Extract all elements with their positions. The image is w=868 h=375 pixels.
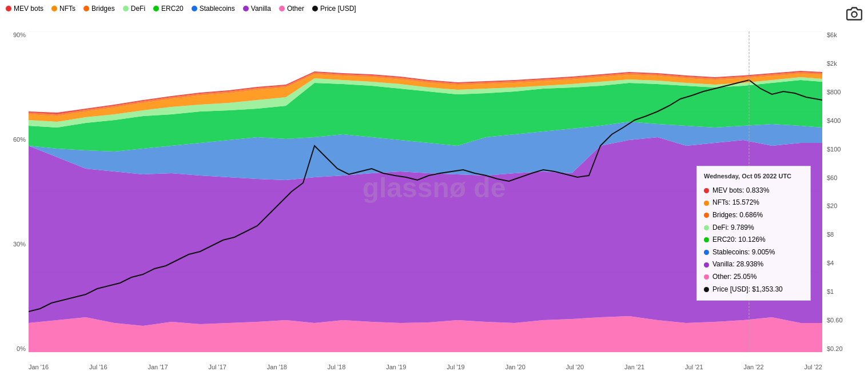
tooltip-row: DeFi: 9.789%	[704, 222, 803, 234]
tooltip-row-dot	[704, 262, 709, 268]
x-axis-label: Jul '19	[447, 364, 464, 370]
legend-item-stablecoins[interactable]: Stablecoins	[192, 5, 235, 13]
legend-dot-erc20	[153, 6, 159, 11]
tooltip-row-text: Stablecoins: 9.005%	[712, 246, 775, 259]
legend-dot-bridges	[83, 6, 89, 11]
tooltip-row: ERC20: 10.126%	[704, 234, 803, 246]
legend-label-defi: DeFi	[131, 5, 145, 13]
legend-label-erc20: ERC20	[161, 5, 184, 13]
x-axis-label: Jul '17	[208, 364, 226, 370]
tooltip-row: MEV bots: 0.833%	[704, 185, 803, 197]
legend-dot-mev-bots	[6, 6, 11, 11]
legend-item-other[interactable]: Other	[279, 5, 304, 13]
camera-icon[interactable]	[846, 6, 862, 22]
tooltip-title: Wednesday, Oct 05 2022 UTC	[704, 171, 803, 182]
legend-label-price: Price [USD]	[320, 5, 356, 13]
tooltip-row: NFTs: 15.572%	[704, 197, 803, 209]
tooltip-row-dot	[704, 225, 709, 230]
legend-label-other: Other	[287, 5, 304, 13]
x-axis-label: Jan '19	[386, 364, 406, 370]
x-axis-label: Jan '20	[505, 364, 525, 370]
tooltip-row-text: ERC20: 10.126%	[712, 234, 766, 246]
y-axis-right-label: $6k	[827, 31, 837, 38]
legend-item-mev-bots[interactable]: MEV bots	[6, 5, 43, 13]
y-axis-left-label: 60%	[13, 136, 26, 143]
y-axis-right-label: $4	[827, 260, 834, 266]
legend-dot-nfts	[51, 6, 57, 11]
x-axis-label: Jul '16	[89, 364, 107, 370]
tooltip-row-text: DeFi: 9.789%	[712, 222, 754, 234]
y-axis-left-label: 90%	[13, 31, 26, 38]
x-axis-label: Jul '18	[328, 364, 345, 370]
legend-item-erc20[interactable]: ERC20	[153, 5, 184, 13]
tooltip-row: Price [USD]: $1,353.30	[704, 284, 803, 296]
svg-point-0	[851, 12, 857, 17]
tooltip-row-text: Other: 25.05%	[712, 271, 756, 284]
legend-dot-defi	[123, 6, 129, 11]
legend-label-stablecoins: Stablecoins	[200, 5, 235, 13]
tooltip-row: Other: 25.05%	[704, 271, 803, 284]
legend-dot-stablecoins	[192, 6, 197, 11]
x-axis-label: Jan '16	[29, 364, 49, 370]
tooltip-row-text: Vanilla: 28.938%	[712, 258, 763, 271]
legend-label-bridges: Bridges	[91, 5, 115, 13]
chart-container: MEV botsNFTsBridgesDeFiERC20StablecoinsV…	[0, 0, 868, 375]
x-axis-label: Jan '22	[743, 364, 763, 370]
legend-item-bridges[interactable]: Bridges	[83, 5, 115, 13]
y-axis-right-label: $1	[827, 288, 834, 295]
x-axis-label: Jan '18	[267, 364, 287, 370]
y-axis-right-label: $0.60	[827, 317, 843, 324]
x-axis-label: Jul '20	[566, 364, 584, 370]
legend-dot-vanilla	[243, 6, 249, 11]
legend-dot-other	[279, 6, 285, 11]
tooltip-row-dot	[704, 213, 709, 218]
tooltip-row: Vanilla: 28.938%	[704, 258, 803, 271]
legend-item-vanilla[interactable]: Vanilla	[243, 5, 271, 13]
tooltip-row-dot	[704, 188, 709, 193]
legend-label-mev-bots: MEV bots	[14, 5, 43, 13]
tooltip-row-text: Price [USD]: $1,353.30	[712, 284, 783, 296]
tooltip-box: Wednesday, Oct 05 2022 UTC MEV bots: 0.8…	[696, 166, 811, 301]
tooltip-row-dot	[704, 201, 709, 206]
y-axis-left-label: 30%	[13, 241, 26, 248]
tooltip-row: Stablecoins: 9.005%	[704, 246, 803, 259]
y-axis-right: $6k$2k$800$400$100$60$20$8$4$1$0.60$0.20	[822, 31, 868, 352]
legend-label-nfts: NFTs	[59, 5, 75, 13]
x-axis-label: Jan '17	[148, 364, 168, 370]
tooltip-row-dot	[704, 274, 709, 280]
legend-item-nfts[interactable]: NFTs	[51, 5, 75, 13]
y-axis-left: 90%60%30%0%	[0, 31, 29, 352]
y-axis-right-label: $400	[827, 117, 841, 124]
tooltip-row-text: MEV bots: 0.833%	[712, 185, 769, 197]
legend-label-vanilla: Vanilla	[251, 5, 271, 13]
legend-item-defi[interactable]: DeFi	[123, 5, 145, 13]
tooltip-row-dot	[704, 237, 709, 242]
y-axis-right-label: $60	[827, 174, 837, 181]
x-axis: Jan '16Jul '16Jan '17Jul '17Jan '18Jul '…	[29, 364, 822, 370]
x-axis-label: Jul '21	[685, 364, 703, 370]
legend-dot-price	[312, 6, 318, 11]
y-axis-right-label: $8	[827, 231, 834, 238]
y-axis-right-label: $800	[827, 89, 841, 95]
y-axis-right-label: $0.20	[827, 345, 843, 352]
legend-item-price[interactable]: Price [USD]	[312, 5, 356, 13]
tooltip-row-dot	[704, 287, 709, 292]
tooltip-row-text: Bridges: 0.686%	[712, 209, 763, 222]
x-axis-label: Jul '22	[804, 364, 822, 370]
y-axis-right-label: $20	[827, 202, 837, 209]
y-axis-right-label: $100	[827, 146, 841, 153]
x-axis-label: Jan '21	[624, 364, 644, 370]
tooltip-row-dot	[704, 250, 709, 255]
y-axis-left-label: 0%	[17, 345, 26, 352]
chart-legend: MEV botsNFTsBridgesDeFiERC20StablecoinsV…	[6, 5, 356, 13]
y-axis-right-label: $2k	[827, 60, 837, 67]
tooltip-row: Bridges: 0.686%	[704, 209, 803, 222]
tooltip-row-text: NFTs: 15.572%	[712, 197, 759, 209]
